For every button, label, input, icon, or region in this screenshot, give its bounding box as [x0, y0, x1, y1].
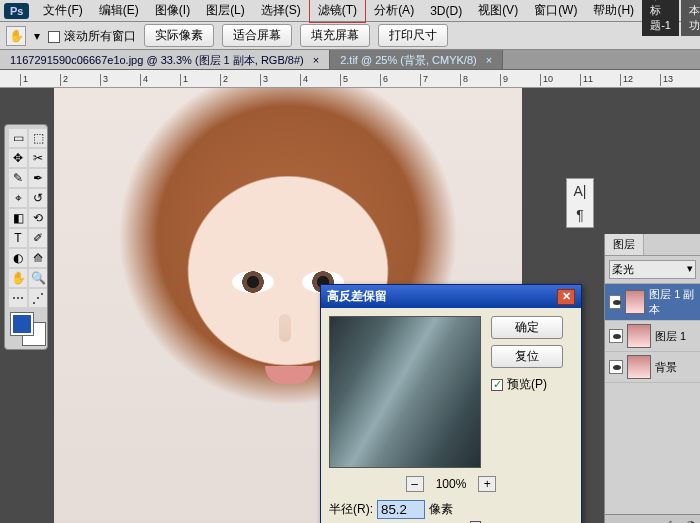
text-orientation-panel: A| ¶: [566, 178, 594, 228]
workspace: A| ¶ ▭ ⬚ ✥ ✂ ✎ ✒ ⌖ ↺ ◧ ⟲ T ✐ ◐ ⟰ ✋ 🔍 ⋯ ⋰…: [0, 88, 700, 523]
menu-3d[interactable]: 3D(D): [422, 1, 470, 21]
move-tool-icon[interactable]: ▭: [9, 129, 27, 147]
radius-input[interactable]: [377, 500, 425, 519]
foreground-color-swatch[interactable]: [11, 313, 33, 335]
menu-analysis[interactable]: 分析(A): [366, 0, 422, 22]
ruler-tick: 1: [180, 74, 188, 86]
ps-logo: Ps: [4, 3, 29, 19]
dialog-preview[interactable]: [329, 316, 481, 468]
radius-unit: 像素: [429, 501, 453, 518]
print-size-button[interactable]: 打印尺寸: [378, 24, 448, 47]
hand-tool-icon[interactable]: ✋: [9, 269, 27, 287]
ruler-tick: 2: [60, 74, 68, 86]
close-tab-icon[interactable]: ×: [313, 54, 319, 66]
brush-tool-icon[interactable]: ✒: [29, 169, 47, 187]
layer-row[interactable]: 图层 1: [605, 321, 700, 352]
menu-layer[interactable]: 图层(L): [198, 0, 253, 22]
stamp-tool-icon[interactable]: ⌖: [9, 189, 27, 207]
close-tab-icon[interactable]: ×: [486, 54, 492, 66]
zoom-in-button[interactable]: +: [478, 476, 496, 492]
color-swatch[interactable]: [9, 313, 47, 345]
ruler-tick: 12: [620, 74, 633, 86]
dialog-titlebar[interactable]: 高反差保留 ✕: [321, 285, 581, 308]
ruler-tick: 11: [580, 74, 593, 86]
menu-bar: Ps 文件(F) 编辑(E) 图像(I) 图层(L) 选择(S) 滤镜(T) 分…: [0, 0, 700, 22]
portrait-eye: [232, 271, 274, 293]
pen-tool-icon[interactable]: ✐: [29, 229, 47, 247]
paragraph-icon[interactable]: ¶: [576, 207, 584, 223]
gradient-tool-icon[interactable]: ◧: [9, 209, 27, 227]
preview-checkbox[interactable]: ✓ 预览(P): [491, 376, 563, 393]
blur-tool-icon[interactable]: ⟲: [29, 209, 47, 227]
options-dropdown-icon[interactable]: ▾: [34, 29, 40, 43]
ruler-tick: 2: [220, 74, 228, 86]
lasso-tool-icon[interactable]: ✥: [9, 149, 27, 167]
layers-tab[interactable]: 图层: [605, 234, 644, 255]
marquee-tool-icon[interactable]: ⬚: [29, 129, 47, 147]
blend-mode-select[interactable]: 柔光 ▾: [609, 260, 696, 279]
menu-help[interactable]: 帮助(H): [585, 0, 642, 22]
eyedropper-tool-icon[interactable]: ✎: [9, 169, 27, 187]
crop-tool-icon[interactable]: ✂: [29, 149, 47, 167]
visibility-eye-icon[interactable]: [609, 295, 621, 309]
document-tabs: 1167291590c06667e1o.jpg @ 33.3% (图层 1 副本…: [0, 50, 700, 70]
layer-row[interactable]: 背景: [605, 352, 700, 383]
dialog-close-button[interactable]: ✕: [557, 289, 575, 305]
shape-tool-icon[interactable]: ◐: [9, 249, 27, 267]
ruler-tick: 3: [260, 74, 268, 86]
layer-thumbnail: [625, 290, 645, 314]
menu-window[interactable]: 窗口(W): [526, 0, 585, 22]
document-tab-2-label: 2.tif @ 25% (背景, CMYK/8): [340, 54, 476, 66]
ruler-tick: 9: [500, 74, 508, 86]
workspace-tab-untitled[interactable]: 未标题-1: [642, 0, 679, 36]
checkbox-icon: [48, 31, 60, 43]
zoom-controls: – 100% +: [321, 476, 581, 496]
workspace-tab-basic[interactable]: 基本功: [681, 0, 700, 36]
fit-screen-button[interactable]: 适合屏幕: [222, 24, 292, 47]
options-bar: ✋ ▾ 滚动所有窗口 实际像素 适合屏幕 填充屏幕 打印尺寸: [0, 22, 700, 50]
ruler-tick: 13: [660, 74, 673, 86]
layer-thumbnail: [627, 324, 651, 348]
actual-pixels-button[interactable]: 实际像素: [144, 24, 214, 47]
menu-select[interactable]: 选择(S): [253, 0, 309, 22]
menu-filter[interactable]: 滤镜(T): [309, 0, 366, 23]
document-tab-1-label: 1167291590c06667e1o.jpg @ 33.3% (图层 1 副本…: [10, 54, 304, 66]
fx-icon[interactable]: fx.: [668, 519, 680, 524]
extra-tool-icon[interactable]: ⋯: [9, 289, 27, 307]
type-icon[interactable]: A|: [574, 183, 587, 199]
hand-tool-icon[interactable]: ✋: [6, 26, 26, 46]
fill-screen-button[interactable]: 填充屏幕: [300, 24, 370, 47]
menu-edit[interactable]: 编辑(E): [91, 0, 147, 22]
menu-view[interactable]: 视图(V): [470, 0, 526, 22]
visibility-eye-icon[interactable]: [609, 360, 623, 374]
layers-panel: 图层 柔光 ▾ 图层 1 副本 图层 1 背景 fx. ◑: [604, 234, 700, 523]
zoom-out-button[interactable]: –: [406, 476, 424, 492]
layer-thumbnail: [627, 355, 651, 379]
history-brush-tool-icon[interactable]: ↺: [29, 189, 47, 207]
scroll-all-checkbox[interactable]: 滚动所有窗口: [48, 28, 136, 45]
ruler-tick: 5: [340, 74, 348, 86]
3d-tool-icon[interactable]: ⟰: [29, 249, 47, 267]
zoom-value: 100%: [436, 477, 467, 491]
ruler-tick: 8: [460, 74, 468, 86]
menu-file[interactable]: 文件(F): [35, 0, 90, 22]
document-tab-2[interactable]: 2.tif @ 25% (背景, CMYK/8) ×: [330, 50, 503, 69]
workspace-tabs: 未标题-1 基本功: [642, 0, 700, 36]
ruler-tick: 4: [300, 74, 308, 86]
visibility-eye-icon[interactable]: [609, 329, 623, 343]
dialog-title: 高反差保留: [327, 288, 387, 305]
ok-button[interactable]: 确定: [491, 316, 563, 339]
menu-image[interactable]: 图像(I): [147, 0, 198, 22]
type-tool-icon[interactable]: T: [9, 229, 27, 247]
chevron-down-icon: ▾: [687, 262, 693, 275]
extra-tool-icon[interactable]: ⋰: [29, 289, 47, 307]
mask-icon[interactable]: ◑: [686, 518, 696, 523]
zoom-tool-icon[interactable]: 🔍: [29, 269, 47, 287]
reset-button[interactable]: 复位: [491, 345, 563, 368]
ruler-tick: 7: [420, 74, 428, 86]
portrait-mouth: [265, 366, 313, 384]
high-pass-dialog: 高反差保留 ✕ 确定 复位 ✓ 预览(P) – 100% + 半径(R):: [320, 284, 582, 523]
layer-name: 图层 1: [655, 329, 686, 344]
document-tab-1[interactable]: 1167291590c06667e1o.jpg @ 33.3% (图层 1 副本…: [0, 50, 330, 69]
layer-row[interactable]: 图层 1 副本: [605, 284, 700, 321]
